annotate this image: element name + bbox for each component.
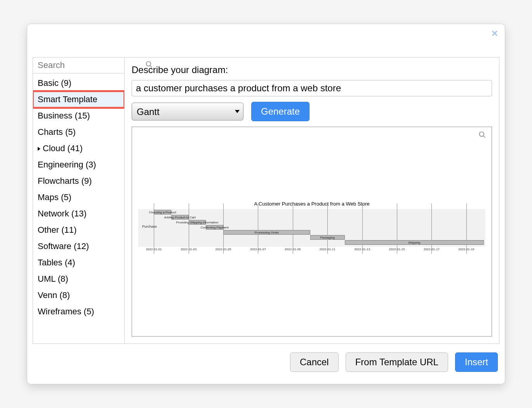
preview-pane: A Customer Purchases a Product from a We…	[132, 127, 492, 337]
category-label: Cloud (41)	[43, 143, 83, 153]
controls-row: Gantt Generate	[132, 102, 492, 121]
category-item[interactable]: Business (15)	[33, 108, 124, 124]
category-label: Smart Template	[38, 94, 97, 104]
category-item[interactable]: Smart Template	[33, 91, 124, 108]
category-label: Maps (5)	[38, 192, 71, 202]
category-list[interactable]: Basic (9)Smart TemplateBusiness (15)Char…	[33, 73, 124, 343]
gantt-bar: Confirming Payment	[206, 225, 223, 230]
category-label: Software (12)	[38, 241, 89, 251]
gantt-bar: Adding Product to Cart	[171, 215, 189, 220]
cancel-button[interactable]: Cancel	[290, 352, 339, 372]
chart-title: A Customer Purchases a Product from a We…	[138, 201, 485, 207]
xaxis-tick: 2022-01-03	[181, 248, 196, 251]
xaxis-tick: 2022-01-17	[424, 248, 440, 251]
sidebar: Basic (9)Smart TemplateBusiness (15)Char…	[33, 58, 125, 343]
category-item[interactable]: Charts (5)	[33, 124, 124, 140]
xaxis-tick: 2022-01-09	[285, 248, 301, 251]
svg-line-1	[150, 65, 152, 67]
xaxis-tick: 2022-01-13	[354, 248, 370, 251]
gantt-bar: Packaging	[310, 235, 345, 240]
gantt-bar: Shipping	[345, 240, 484, 245]
category-item[interactable]: Venn (8)	[33, 287, 124, 303]
gantt-xaxis: 2022-01-012022-01-032022-01-052022-01-07…	[138, 247, 485, 255]
category-label: UML (8)	[38, 274, 68, 284]
category-label: Business (15)	[38, 111, 90, 120]
category-item[interactable]: Network (13)	[33, 206, 124, 222]
chevron-right-icon	[38, 147, 40, 151]
category-item[interactable]: Flowcharts (9)	[33, 173, 124, 189]
from-template-url-button[interactable]: From Template URL	[346, 352, 448, 372]
generate-button[interactable]: Generate	[251, 102, 309, 121]
category-item[interactable]: Other (11)	[33, 222, 124, 238]
xaxis-tick: 2022-01-05	[216, 248, 231, 251]
category-label: Engineering (3)	[38, 160, 96, 169]
category-label: Network (13)	[38, 209, 87, 218]
description-input[interactable]	[132, 80, 492, 96]
category-item[interactable]: Maps (5)	[33, 189, 124, 206]
prompt-label: Describe your diagram:	[132, 65, 492, 75]
template-dialog: × Basic (9)Smart TemplateBusiness (15)Ch…	[27, 24, 505, 384]
xaxis-tick: 2022-01-01	[146, 248, 162, 251]
category-label: Flowcharts (9)	[38, 176, 92, 186]
xaxis-tick: 2022-01-07	[250, 248, 266, 251]
svg-point-0	[146, 61, 151, 66]
gantt-bar: Choosing a Product	[154, 210, 171, 214]
gantt-bar: Providing Shipping Information	[189, 220, 206, 225]
svg-line-3	[483, 136, 485, 138]
category-label: Basic (9)	[38, 78, 71, 88]
gantt-body: Purchase Choosing a ProductAdding Produc…	[138, 209, 485, 247]
close-button[interactable]: ×	[492, 28, 498, 39]
category-label: Tables (4)	[38, 258, 75, 267]
category-item[interactable]: Basic (9)	[33, 75, 124, 91]
zoom-icon[interactable]	[478, 131, 486, 141]
category-label: Wireframes (5)	[38, 307, 94, 316]
category-item[interactable]: UML (8)	[33, 271, 124, 287]
category-label: Venn (8)	[38, 290, 70, 300]
gantt-chart: A Customer Purchases a Product from a We…	[138, 201, 485, 255]
search-box	[33, 58, 124, 73]
dialog-footer: Cancel From Template URL Insert	[27, 344, 505, 380]
search-icon	[145, 61, 153, 70]
xaxis-tick: 2022-01-11	[320, 248, 336, 251]
category-item[interactable]: Cloud (41)	[33, 140, 124, 157]
category-item[interactable]: Software (12)	[33, 238, 124, 255]
search-input[interactable]	[37, 60, 145, 71]
dialog-body: Basic (9)Smart TemplateBusiness (15)Char…	[33, 57, 499, 344]
insert-button[interactable]: Insert	[455, 352, 498, 372]
category-label: Other (11)	[38, 225, 76, 235]
category-item[interactable]: Tables (4)	[33, 255, 124, 271]
gantt-row-label: Purchase	[142, 225, 157, 228]
main-panel: Describe your diagram: Gantt Generate A …	[125, 58, 499, 343]
xaxis-tick: 2022-01-15	[389, 248, 405, 251]
svg-point-2	[480, 132, 484, 137]
diagram-type-select[interactable]: Gantt	[132, 103, 243, 120]
category-item[interactable]: Engineering (3)	[33, 157, 124, 173]
category-label: Charts (5)	[38, 127, 76, 137]
gantt-bar: Processing Order	[223, 230, 310, 235]
category-item[interactable]: Wireframes (5)	[33, 303, 124, 320]
xaxis-tick: 2022-01-19	[458, 248, 474, 251]
